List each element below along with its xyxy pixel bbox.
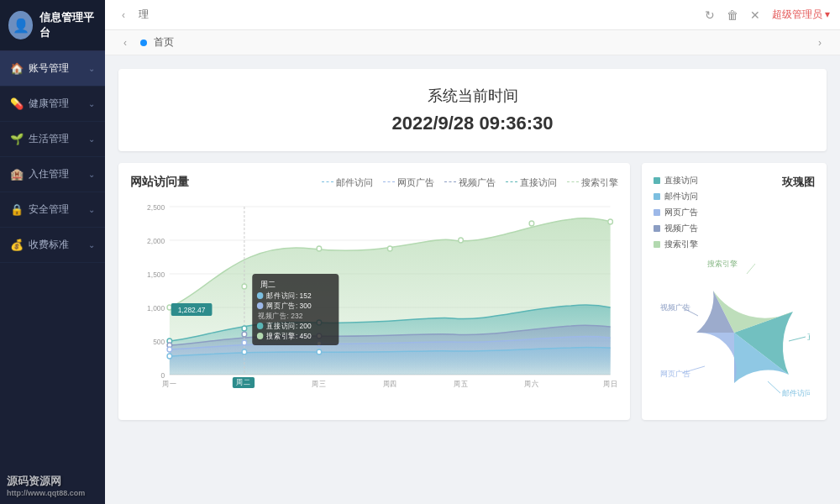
rose-chart-card: 直接访问 邮件访问 网页广告 视频广告 搜索引擎 玫瑰图 bbox=[642, 163, 827, 420]
breadcrumb-dot bbox=[140, 39, 147, 46]
svg-text:网页广告: 300: 网页广告: 300 bbox=[266, 302, 312, 310]
rose-legend-dot bbox=[654, 241, 660, 248]
svg-point-50 bbox=[257, 323, 263, 329]
legend-item: 直接访问 bbox=[506, 176, 557, 189]
sidebar-label: 账号管理 bbox=[29, 61, 69, 76]
sidebar-label: 安全管理 bbox=[29, 202, 69, 217]
sidebar-header: 👤 信息管理平台 bbox=[0, 0, 105, 51]
svg-text:周三: 周三 bbox=[312, 380, 326, 388]
sidebar-icon: 💰 bbox=[10, 239, 24, 251]
svg-point-22 bbox=[242, 340, 247, 345]
svg-text:邮件访问: 邮件访问 bbox=[782, 389, 810, 397]
main-content: ‹ 理 ↻ 🗑 ✕ 超级管理员 ▾ ‹ 首页 › 系统当前时间 2022/9/2… bbox=[105, 0, 840, 504]
chevron-down-icon: ⌄ bbox=[88, 170, 95, 179]
chart-legend: 邮件访问 网页广告 视频广告 直接访问 搜索引擎 bbox=[322, 176, 618, 189]
rose-legend-item: 网页广告 bbox=[654, 207, 698, 218]
chevron-down-icon: ⌄ bbox=[88, 99, 95, 108]
svg-text:视频广告: 视频广告 bbox=[660, 303, 690, 312]
svg-text:周六: 周六 bbox=[524, 380, 538, 388]
sidebar-label: 收费标准 bbox=[29, 238, 69, 252]
expand-icon[interactable]: ✕ bbox=[750, 8, 760, 22]
rose-legend-dot bbox=[654, 209, 660, 216]
sidebar-item-健康管理[interactable]: 💊 健康管理 ⌄ bbox=[0, 87, 105, 122]
svg-text:周五: 周五 bbox=[454, 380, 468, 388]
legend-line-icon bbox=[444, 181, 456, 183]
svg-point-17 bbox=[167, 354, 172, 359]
sidebar-label: 入住管理 bbox=[29, 167, 69, 181]
legend-line-icon bbox=[567, 181, 579, 183]
sidebar-label: 生活管理 bbox=[29, 132, 69, 146]
rose-legend: 直接访问 邮件访问 网页广告 视频广告 搜索引擎 bbox=[654, 175, 698, 250]
svg-text:直接访问: 直接访问 bbox=[807, 333, 810, 341]
svg-text:2,500: 2,500 bbox=[147, 203, 165, 212]
svg-text:网页广告: 网页广告 bbox=[660, 370, 690, 378]
legend-line-icon bbox=[506, 181, 517, 183]
svg-point-30 bbox=[459, 238, 464, 243]
svg-point-23 bbox=[242, 349, 247, 354]
breadcrumb-home[interactable]: 首页 bbox=[154, 35, 174, 50]
svg-text:直接访问: 200: 直接访问: 200 bbox=[266, 322, 312, 330]
chevron-down-icon: ⌄ bbox=[88, 240, 95, 249]
svg-line-62 bbox=[747, 264, 755, 274]
rose-chart-area: 直接访问 邮件访问 网页广告 视频广告 搜索引擎 bbox=[654, 257, 815, 408]
svg-text:1,000: 1,000 bbox=[147, 304, 165, 312]
topbar-left: ‹ 理 bbox=[115, 7, 149, 24]
sidebar-item-收费标准[interactable]: 💰 收费标准 ⌄ bbox=[0, 228, 105, 263]
legend-item: 网页广告 bbox=[383, 176, 434, 189]
line-chart-title: 网站访问量 bbox=[130, 175, 189, 190]
svg-text:视频广告: 232: 视频广告: 232 bbox=[258, 312, 303, 320]
rose-legend-dot bbox=[654, 193, 660, 200]
sidebar-item-账号管理[interactable]: 🏠 账号管理 ⌄ bbox=[0, 51, 105, 87]
legend-item: 视频广告 bbox=[444, 176, 496, 189]
sidebar-nav: 🏠 账号管理 ⌄ 💊 健康管理 ⌄ 🌱 生活管理 ⌄ 🏨 入住管理 ⌄ 🔒 安全… bbox=[0, 51, 105, 504]
user-menu[interactable]: 超级管理员 ▾ bbox=[772, 8, 830, 22]
avatar: 👤 bbox=[8, 11, 33, 39]
svg-point-47 bbox=[257, 302, 263, 309]
sidebar-icon: 🌱 bbox=[10, 133, 24, 145]
svg-point-16 bbox=[167, 347, 172, 352]
svg-text:周一: 周一 bbox=[162, 380, 176, 388]
sidebar-item-入住管理[interactable]: 🏨 入住管理 ⌄ bbox=[0, 157, 105, 192]
rose-chart-title: 玫瑰图 bbox=[782, 175, 815, 250]
time-title: 系统当前时间 bbox=[135, 86, 810, 106]
breadcrumb-forward[interactable]: › bbox=[811, 34, 828, 51]
sidebar-icon: 🔒 bbox=[10, 203, 24, 216]
svg-point-19 bbox=[242, 284, 247, 289]
sidebar-icon: 🏨 bbox=[10, 168, 24, 181]
svg-text:500: 500 bbox=[153, 338, 165, 346]
svg-line-56 bbox=[768, 381, 780, 393]
sidebar-item-安全管理[interactable]: 🔒 安全管理 ⌄ bbox=[0, 192, 105, 228]
rose-header: 直接访问 邮件访问 网页广告 视频广告 搜索引擎 玫瑰图 bbox=[654, 175, 815, 250]
svg-point-32 bbox=[608, 219, 613, 224]
chevron-down-icon: ⌄ bbox=[88, 64, 95, 73]
svg-text:周二: 周二 bbox=[236, 378, 250, 386]
svg-text:周四: 周四 bbox=[383, 380, 397, 388]
chevron-down-icon: ⌄ bbox=[88, 134, 95, 144]
time-value: 2022/9/28 09:36:30 bbox=[135, 113, 810, 134]
back-button[interactable]: ‹ bbox=[115, 7, 132, 24]
svg-point-21 bbox=[242, 332, 247, 337]
chevron-down-icon: ⌄ bbox=[88, 205, 95, 214]
rose-legend-item: 邮件访问 bbox=[654, 191, 698, 202]
sidebar-item-生活管理[interactable]: 🌱 生活管理 ⌄ bbox=[0, 122, 105, 157]
legend-item: 邮件访问 bbox=[322, 176, 373, 189]
topbar: ‹ 理 ↻ 🗑 ✕ 超级管理员 ▾ bbox=[105, 0, 840, 30]
svg-point-24 bbox=[317, 246, 322, 251]
svg-text:邮件访问: 152: 邮件访问: 152 bbox=[266, 291, 312, 300]
rose-legend-dot bbox=[654, 225, 660, 232]
svg-text:1,500: 1,500 bbox=[147, 270, 165, 279]
sidebar: 👤 信息管理平台 🏠 账号管理 ⌄ 💊 健康管理 ⌄ 🌱 生活管理 ⌄ 🏨 入住… bbox=[0, 0, 105, 504]
topbar-right: ↻ 🗑 ✕ 超级管理员 ▾ bbox=[705, 8, 830, 22]
delete-icon[interactable]: 🗑 bbox=[727, 8, 738, 22]
svg-text:1,282.47: 1,282.47 bbox=[178, 306, 206, 314]
svg-line-54 bbox=[789, 337, 806, 341]
time-card: 系统当前时间 2022/9/28 09:36:30 bbox=[118, 69, 827, 151]
svg-text:搜索引擎: 450: 搜索引擎: 450 bbox=[266, 332, 312, 340]
svg-point-20 bbox=[242, 326, 247, 331]
breadcrumb-back[interactable]: ‹ bbox=[117, 34, 134, 51]
refresh-icon[interactable]: ↻ bbox=[705, 8, 715, 22]
content-area: 系统当前时间 2022/9/28 09:36:30 网站访问量 邮件访问 网页广… bbox=[105, 55, 840, 504]
rose-legend-item: 直接访问 bbox=[654, 175, 698, 186]
legend-item: 搜索引擎 bbox=[567, 176, 618, 189]
svg-point-52 bbox=[257, 333, 263, 339]
